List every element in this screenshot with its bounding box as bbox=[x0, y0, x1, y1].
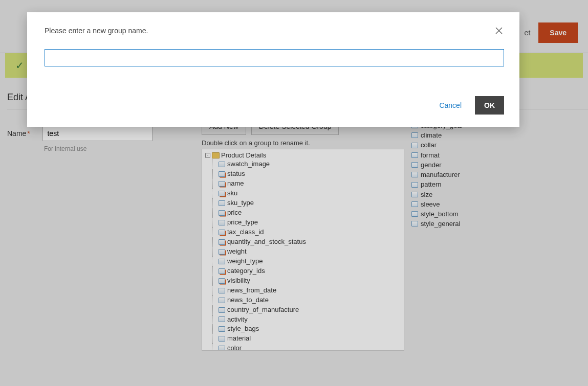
modal-title: Please enter a new group name. bbox=[45, 27, 504, 35]
close-icon[interactable] bbox=[493, 25, 505, 37]
new-group-modal: Please enter a new group name. Cancel OK bbox=[27, 12, 519, 127]
ok-button[interactable]: OK bbox=[475, 96, 504, 115]
cancel-button[interactable]: Cancel bbox=[439, 101, 462, 109]
group-name-input[interactable] bbox=[45, 49, 504, 66]
